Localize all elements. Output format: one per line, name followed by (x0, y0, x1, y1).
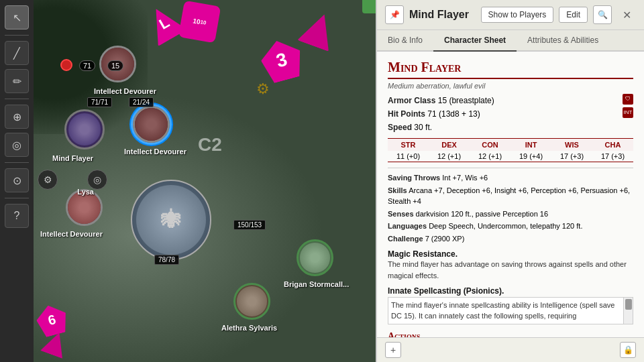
challenge-line: Challenge 7 (2900 XP) (388, 233, 633, 245)
hp-number-15: 15 (107, 60, 123, 71)
close-button[interactable]: ✕ (617, 5, 636, 24)
tab-bio[interactable]: Bio & Info (377, 30, 433, 52)
con-header: CON (470, 139, 511, 152)
show-to-players-button[interactable]: Show to Players (481, 7, 554, 23)
skills-line: Skills Arcana +7, Deception +6, Insight … (388, 185, 633, 207)
senses-line: Senses darkvision 120 ft., passive Perce… (388, 208, 633, 220)
spellcasting-text: The mind flayer's innate spellcasting ab… (391, 301, 615, 319)
character-panel: 📌 Mind Flayer Show to Players Edit 🔍 ✕ B… (376, 0, 644, 362)
wis-header: WIS (551, 139, 592, 152)
hp-badge-brigan: 150/153 (233, 220, 266, 230)
creature-name: Mind Flayer (388, 60, 633, 79)
gear-icon: ⚙ (256, 80, 276, 101)
wis-value: 17 (+3) (551, 151, 592, 162)
measure-tool[interactable]: ◎ (5, 133, 29, 157)
label-mind-flayer: Mind Flayer (52, 154, 93, 162)
label-brigan: Brigan Stormcall... (284, 280, 349, 288)
actions-header: Actions (388, 331, 633, 337)
divider (5, 99, 29, 99)
help-tool[interactable]: ? (5, 204, 29, 228)
hp-number-71: 71 (79, 60, 95, 71)
line-tool[interactable]: ╱ (5, 41, 29, 65)
edit-button[interactable]: Edit (559, 7, 588, 23)
divider (5, 162, 29, 163)
int-header: INT (511, 139, 551, 152)
search-button[interactable]: 🔍 (593, 5, 612, 24)
c2-marker: C2 (198, 134, 222, 156)
settings-btn[interactable]: ⚙ (38, 170, 58, 190)
hit-points-line: Hit Points INT 71 (13d8 + 13) (388, 109, 633, 120)
zoom-tool[interactable]: ⊕ (5, 105, 29, 129)
creature-subtitle: Medium aberration, lawful evil (388, 82, 633, 90)
dex-header: DEX (429, 139, 470, 152)
hp-badge-1: 71/71 (87, 97, 112, 107)
innate-spellcasting-section: Innate Spellcasting (Psionics). The mind… (388, 286, 633, 324)
spellcasting-title: Innate Spellcasting (Psionics). (388, 286, 633, 296)
map-area[interactable]: ↖ ╱ ✏ ⊕ ◎ ⊙ ? L 1010 3 71/71 21/24 71 15… (0, 0, 376, 362)
cha-value: 17 (+3) (592, 151, 633, 162)
tab-character-sheet[interactable]: Character Sheet (433, 30, 517, 52)
magic-resistance-text: The mind flayer has advantage on saving … (388, 259, 633, 281)
lock-button[interactable]: 🔒 (620, 342, 636, 358)
label-intellect-1: Intellect Devourer (94, 87, 156, 95)
ability-scores-table: STR DEX CON INT WIS CHA 11 (+0) 12 (+1) … (388, 138, 633, 162)
panel-content[interactable]: Mind Flayer Medium aberration, lawful ev… (377, 52, 644, 337)
tab-bar: Bio & Info Character Sheet Attributes & … (377, 30, 644, 52)
armor-class-line: Armor Class 🛡 15 (breastplate) (388, 95, 633, 107)
pin-button[interactable]: 📌 (385, 5, 404, 24)
panel-title: Mind Flayer (409, 9, 476, 21)
token-mind-flayer[interactable] (64, 109, 105, 149)
skills-section: Saving Throws Int +7, Wis +6 Skills Arca… (388, 168, 633, 244)
hp-icon: INT (623, 107, 633, 118)
token-spider[interactable]: 🕷 (131, 180, 211, 260)
cha-header: CHA (592, 139, 633, 152)
str-header: STR (388, 139, 429, 152)
label-intellect-3: Intellect Devourer (40, 230, 103, 238)
add-button[interactable]: + (385, 342, 401, 358)
tab-attributes[interactable]: Attributes & Abilities (517, 30, 609, 52)
label-intellect-2: Intellect Devourer (124, 147, 186, 156)
spellcasting-textbox: The mind flayer's innate spellcasting ab… (388, 297, 633, 324)
token-alethra[interactable] (233, 283, 270, 320)
scrollbar[interactable] (623, 298, 633, 324)
panel-header: 📌 Mind Flayer Show to Players Edit 🔍 ✕ (377, 0, 644, 30)
token-intellect-2[interactable] (133, 106, 170, 143)
corner-tab[interactable] (362, 0, 376, 13)
magic-resistance-title: Magic Resistance. (388, 249, 633, 259)
target-btn[interactable]: ◎ (87, 170, 107, 190)
label-lysa: Lysa (77, 188, 94, 196)
pen-tool[interactable]: ✏ (5, 69, 29, 93)
hp-badge-2: 21/24 (129, 97, 154, 107)
label-alethra: Alethra Sylvaris (221, 324, 277, 332)
time-tool[interactable]: ⊙ (5, 168, 29, 192)
divider (5, 35, 29, 36)
armor-icon: 🛡 (623, 94, 633, 105)
panel-bottom: + 🔒 (377, 337, 644, 362)
divider (5, 198, 29, 198)
dex-value: 12 (+1) (429, 151, 470, 162)
token-brigan[interactable] (297, 239, 333, 276)
con-value: 12 (+1) (470, 151, 511, 162)
scrollbar-thumb (625, 299, 632, 310)
toolbar: ↖ ╱ ✏ ⊕ ◎ ⊙ ? (0, 0, 34, 362)
die-round[interactable]: 1010 (178, 1, 221, 44)
hp-badge-spider: 78/78 (154, 255, 179, 265)
speed-line: Speed 30 ft. (388, 122, 633, 133)
hp-red-indicator (60, 59, 72, 71)
magic-resistance-section: Magic Resistance. The mind flayer has ad… (388, 249, 633, 281)
saving-throws-line: Saving Throws Int +7, Wis +6 (388, 172, 633, 184)
str-value: 11 (+0) (388, 151, 429, 162)
int-value: 19 (+4) (511, 151, 551, 162)
languages-line: Languages Deep Speech, Undercommon, tele… (388, 221, 633, 232)
select-tool[interactable]: ↖ (5, 5, 29, 29)
